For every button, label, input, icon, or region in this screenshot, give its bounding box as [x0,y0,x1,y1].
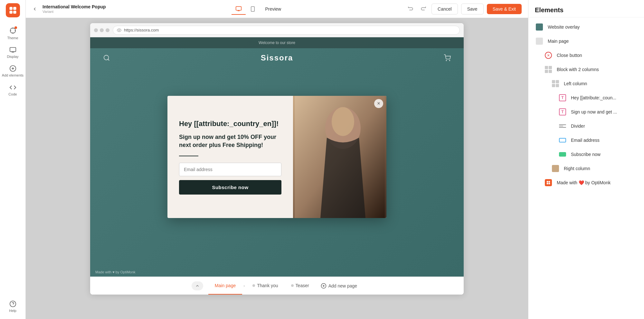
left-col-icon [551,79,560,88]
svg-rect-20 [547,181,548,183]
browser-dot-2 [100,28,104,32]
sidebar-item-code[interactable]: Code [0,81,25,99]
popup-heading: Hey [[attribute:_country_en]]! [179,119,281,129]
save-exit-button[interactable]: Save & Exit [487,4,522,14]
top-bar: International Welcome Popup Variant Prev… [26,0,528,18]
browser-window: https://sissora.com Welcome to our store… [90,23,464,295]
element-divider[interactable]: Divider [528,119,644,133]
email-input[interactable] [179,163,281,176]
element-optimonk[interactable]: Made with ❤️ by OptiMonk [528,176,644,190]
add-elements-label: Add elements [2,73,24,77]
elements-list: Website overlay Main page × Close button… [528,17,644,319]
tab-dot-2 [291,284,294,287]
element-divider-label: Divider [571,123,585,129]
sidebar-item-add-elements[interactable]: Add elements [0,62,25,81]
eye-icon [117,28,121,32]
desktop-device-button[interactable] [232,3,246,15]
element-subscribe-label: Subscribe now [571,152,601,157]
element-block-2col[interactable]: Block with 2 columns [528,62,644,77]
avatar-icon [551,164,560,173]
optimonk-icon [544,178,553,187]
tab-thankyou-label: Thank you [257,283,278,288]
grid-2col-icon [544,65,553,74]
undo-button[interactable] [406,4,415,14]
browser-chrome: https://sissora.com [90,23,464,37]
mobile-icon [250,6,256,12]
browser-dot-1 [94,28,98,32]
theme-label: Theme [7,36,18,40]
element-main-page-label: Main page [548,39,569,44]
save-button[interactable]: Save [461,4,484,14]
bottom-tabs: Main page › Thank you Teaser Add new pag… [90,277,464,295]
svg-rect-9 [236,6,242,10]
element-subscribe-button[interactable]: Subscribe now [528,147,644,161]
popup-right-column [293,96,386,218]
device-switcher: Preview [112,3,406,15]
preview-button[interactable]: Preview [260,3,286,15]
elements-panel-title: Elements [528,0,644,17]
svg-point-18 [332,107,354,136]
divider-lines-icon [558,122,567,131]
back-button[interactable] [32,6,37,12]
desktop-icon [235,5,242,12]
model-image [295,96,385,218]
page-title-block: International Welcome Popup Variant [43,4,106,14]
watermark: Made with ♥ by OptiMonk [95,270,136,274]
subscribe-button[interactable]: Subscribe now [179,180,281,195]
page-title: International Welcome Popup [43,4,106,9]
sidebar-item-theme[interactable]: Theme [0,24,25,43]
tab-toggle-button[interactable] [192,281,203,290]
app-icon [6,3,20,17]
tab-thank-you[interactable]: Thank you [246,277,284,295]
element-subheading-label: Sign up now and get ... [571,109,617,114]
element-heading-text[interactable]: T Hey [[attribute:_coun... [528,91,644,105]
tab-main-page[interactable]: Main page [208,277,242,295]
redo-button[interactable] [419,4,428,14]
element-left-col[interactable]: Left column [528,77,644,91]
close-button[interactable]: × [374,99,383,108]
add-page-label: Add new page [328,283,357,288]
element-subheading-text[interactable]: T Sign up now and get ... [528,105,644,119]
redo-icon [421,5,426,11]
page-subtitle: Variant [43,10,106,14]
popup-subheading: Sign up now and get 10% OFF your next or… [179,133,281,149]
page-icon [535,37,544,46]
add-page-button[interactable]: Add new page [316,283,363,289]
add-elements-icon [9,65,16,72]
optimonk-logo-icon [546,180,551,185]
svg-rect-22 [547,183,548,185]
element-close-button[interactable]: × Close button [528,48,644,62]
chevron-up-icon [195,284,200,288]
element-website-overlay[interactable]: Website overlay [528,20,644,34]
element-email-input[interactable]: Email address [528,133,644,147]
mobile-device-button[interactable] [246,3,260,15]
element-email-label: Email address [571,138,600,143]
popup-overlay: Hey [[attribute:_country_en]]! Sign up n… [90,37,464,277]
website-background: Welcome to our store Sissora [90,37,464,277]
svg-rect-21 [549,181,550,183]
sidebar-item-display[interactable]: Display [0,43,25,62]
add-page-icon [321,283,327,289]
element-close-label: Close button [557,53,582,58]
tab-teaser[interactable]: Teaser [285,277,316,295]
input-box-icon [558,136,567,145]
app-logo-icon [8,6,17,15]
help-icon [9,300,16,307]
popup-image [293,96,386,218]
element-main-page[interactable]: Main page [528,34,644,48]
cancel-button[interactable]: Cancel [431,4,458,14]
right-panel: Elements Website overlay Main page × Clo… [528,0,644,319]
browser-dot-3 [106,28,109,32]
address-bar[interactable]: https://sissora.com [113,26,460,35]
browser-dots [94,28,109,32]
element-right-col[interactable]: Right column [528,161,644,176]
url-text: https://sissora.com [124,28,159,32]
svg-rect-0 [9,7,12,10]
sidebar-item-help[interactable]: Help [0,297,25,316]
back-icon [32,6,37,12]
element-optimonk-label: Made with ❤️ by OptiMonk [557,180,611,185]
left-sidebar: Theme Display Add elements Code Help [0,0,26,319]
svg-point-12 [118,30,120,31]
svg-rect-2 [9,11,12,14]
svg-rect-23 [549,183,550,185]
